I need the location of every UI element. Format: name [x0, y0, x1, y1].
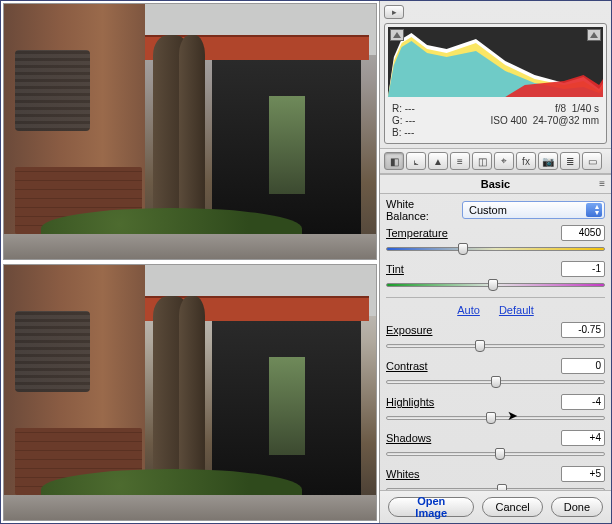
tab-snapshots-icon[interactable]: ▭: [582, 152, 602, 170]
done-button[interactable]: Done: [551, 497, 603, 517]
tab-lens-corrections-icon[interactable]: ⌖: [494, 152, 514, 170]
tint-label: Tint: [386, 263, 404, 275]
exposure-slider[interactable]: [386, 340, 605, 352]
exposure-value[interactable]: -0.75: [561, 322, 605, 338]
exif-readout: R: --- G: --- B: --- f/8 1/40 s ISO 400 …: [388, 101, 603, 140]
open-image-button[interactable]: Open Image: [388, 497, 474, 517]
tint-value[interactable]: -1: [561, 261, 605, 277]
highlights-label: Highlights: [386, 396, 434, 408]
cancel-button[interactable]: Cancel: [482, 497, 542, 517]
default-link[interactable]: Default: [499, 304, 534, 316]
basic-controls: White Balance: Custom ▴▾ Temperature 405…: [380, 194, 611, 490]
readout-iso: ISO 400: [490, 115, 527, 126]
readout-aperture: f/8: [555, 103, 566, 114]
histogram-box: R: --- G: --- B: --- f/8 1/40 s ISO 400 …: [384, 23, 607, 144]
chevron-updown-icon: ▴▾: [595, 204, 599, 216]
tint-slider[interactable]: [386, 279, 605, 291]
white-balance-value: Custom: [469, 204, 507, 216]
tab-effects-icon[interactable]: fx: [516, 152, 536, 170]
exposure-label: Exposure: [386, 324, 432, 336]
shadow-clip-warning-icon[interactable]: [390, 29, 404, 41]
white-balance-select[interactable]: Custom ▴▾: [462, 201, 605, 219]
temperature-value[interactable]: 4050: [561, 225, 605, 241]
whites-label: Whites: [386, 468, 420, 480]
white-balance-label: White Balance:: [386, 198, 456, 222]
readout-lens: 24-70@32 mm: [533, 115, 599, 126]
shadows-slider[interactable]: [386, 448, 605, 460]
shadows-label: Shadows: [386, 432, 431, 444]
tab-basic-icon[interactable]: ◧: [384, 152, 404, 170]
preview-column: [1, 1, 379, 523]
camera-raw-window: ▸ R: --- G: --- B:: [0, 0, 612, 524]
dialog-button-bar: Open Image Cancel Done: [380, 490, 611, 523]
preview-image-after: [3, 264, 377, 521]
contrast-label: Contrast: [386, 360, 428, 372]
temperature-label: Temperature: [386, 227, 448, 239]
contrast-value[interactable]: 0: [561, 358, 605, 374]
highlights-slider[interactable]: ➤: [386, 412, 605, 424]
histogram[interactable]: [388, 27, 603, 97]
shadows-value[interactable]: +4: [561, 430, 605, 446]
tab-split-toning-icon[interactable]: ◫: [472, 152, 492, 170]
section-menu-icon[interactable]: ≡: [599, 178, 605, 189]
tab-hsl-icon[interactable]: ≡: [450, 152, 470, 170]
readout-g: G: ---: [392, 115, 415, 126]
whites-slider[interactable]: [386, 484, 605, 490]
adjustments-panel: ▸ R: --- G: --- B:: [379, 1, 611, 523]
readout-shutter: 1/40 s: [572, 103, 599, 114]
temperature-slider[interactable]: [386, 243, 605, 255]
section-title: Basic: [481, 178, 510, 190]
tab-detail-icon[interactable]: ▲: [428, 152, 448, 170]
tab-camera-calibration-icon[interactable]: 📷: [538, 152, 558, 170]
panel-tab-strip: ◧ ⦜ ▲ ≡ ◫ ⌖ fx 📷 ≣ ▭: [380, 148, 611, 174]
auto-link[interactable]: Auto: [457, 304, 480, 316]
contrast-slider[interactable]: [386, 376, 605, 388]
highlight-clip-warning-icon[interactable]: [587, 29, 601, 41]
section-header-basic: Basic ≡: [380, 174, 611, 194]
whites-value[interactable]: +5: [561, 466, 605, 482]
readout-r: R: ---: [392, 103, 415, 114]
tab-presets-icon[interactable]: ≣: [560, 152, 580, 170]
preview-image-before: [3, 3, 377, 260]
readout-b: B: ---: [392, 127, 415, 138]
panel-toggle-button[interactable]: ▸: [384, 5, 404, 19]
tab-tone-curve-icon[interactable]: ⦜: [406, 152, 426, 170]
highlights-value[interactable]: -4: [561, 394, 605, 410]
